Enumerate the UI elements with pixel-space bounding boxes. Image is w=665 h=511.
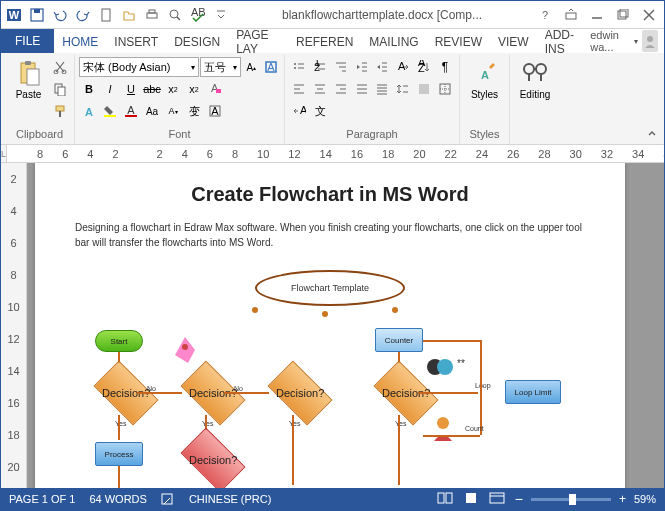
subscript-icon[interactable]: x2	[163, 79, 183, 99]
rtl-icon[interactable]: A	[289, 101, 309, 121]
svg-rect-95	[162, 494, 172, 504]
svg-rect-11	[566, 13, 576, 19]
view-web-icon[interactable]	[489, 492, 507, 506]
italic-button[interactable]: I	[100, 79, 120, 99]
asian-layout-icon[interactable]: 文	[310, 101, 330, 121]
user-area[interactable]: edwin wa... ▾	[590, 29, 664, 53]
align-left-icon[interactable]	[289, 79, 309, 99]
ruler-vertical[interactable]: 246810121416182022242628	[1, 163, 27, 511]
ltr-icon[interactable]: A	[393, 57, 413, 77]
texteffects-icon[interactable]: A	[79, 101, 99, 121]
close-icon[interactable]	[636, 5, 662, 25]
group-styles: A Styles Styles	[460, 55, 510, 144]
format-painter-icon[interactable]	[50, 101, 70, 121]
help-icon[interactable]: ?	[532, 5, 558, 25]
maximize-icon[interactable]	[610, 5, 636, 25]
open-icon[interactable]	[118, 4, 140, 26]
underline-button[interactable]: U	[121, 79, 141, 99]
copy-icon[interactable]	[50, 79, 70, 99]
svg-rect-19	[25, 61, 31, 65]
view-print-icon[interactable]	[463, 492, 481, 506]
grow-font-icon[interactable]: A▴	[242, 57, 260, 77]
increase-indent-icon[interactable]	[373, 57, 393, 77]
styles-label: Styles	[471, 89, 498, 100]
tab-home[interactable]: HOME	[54, 29, 106, 53]
ribbon: Paste Clipboard 宋体 (Body Asian)▾ 五号▾ A▴ …	[1, 53, 664, 145]
sort-icon[interactable]: AZ	[414, 57, 434, 77]
char-border-icon[interactable]: A	[205, 101, 225, 121]
fc-process-1: Process	[95, 442, 143, 466]
justify-icon[interactable]	[352, 79, 372, 99]
multilevel-icon[interactable]	[331, 57, 351, 77]
zoom-in-icon[interactable]: +	[619, 492, 626, 506]
tab-view[interactable]: VIEW	[490, 29, 537, 53]
minimize-icon[interactable]	[584, 5, 610, 25]
undo-icon[interactable]	[49, 4, 71, 26]
phonetic-icon[interactable]: 变	[184, 101, 204, 121]
paste-label: Paste	[16, 89, 42, 100]
tab-addins[interactable]: ADD-INS	[537, 29, 591, 53]
document-paragraph: Designing a flowchart in Edraw Max softw…	[75, 220, 585, 250]
editing-label: Editing	[520, 89, 551, 100]
fontcolor-icon[interactable]: A	[121, 101, 141, 121]
align-right-icon[interactable]	[331, 79, 351, 99]
bold-button[interactable]: B	[79, 79, 99, 99]
changecase-icon[interactable]: Aa	[142, 101, 162, 121]
bullets-icon[interactable]	[289, 57, 309, 77]
line-spacing-icon[interactable]	[393, 79, 413, 99]
status-page[interactable]: PAGE 1 OF 1	[9, 493, 75, 505]
tab-insert[interactable]: INSERT	[106, 29, 166, 53]
new-icon[interactable]	[95, 4, 117, 26]
styles-button[interactable]: A Styles	[464, 57, 505, 102]
svg-text:A: A	[481, 69, 489, 81]
status-lang[interactable]: CHINESE (PRC)	[189, 493, 272, 505]
zoom-value[interactable]: 59%	[634, 493, 656, 505]
clear-format-icon[interactable]: A	[205, 79, 225, 99]
tab-pagelayout[interactable]: PAGE LAY	[228, 29, 288, 53]
zoom-slider[interactable]	[531, 498, 611, 501]
textbox-icon[interactable]: A	[262, 57, 280, 77]
preview-icon[interactable]	[164, 4, 186, 26]
numbering-icon[interactable]: 12	[310, 57, 330, 77]
tab-design[interactable]: DESIGN	[166, 29, 228, 53]
collapse-ribbon-icon[interactable]	[644, 126, 660, 142]
font-family-combo[interactable]: 宋体 (Body Asian)▾	[79, 57, 199, 77]
cut-icon[interactable]	[50, 57, 70, 77]
status-words[interactable]: 64 WORDS	[89, 493, 146, 505]
tab-references[interactable]: REFEREN	[288, 29, 361, 53]
borders-icon[interactable]	[435, 79, 455, 99]
svg-point-40	[294, 67, 296, 69]
highlight-icon[interactable]	[100, 101, 120, 121]
tab-review[interactable]: REVIEW	[427, 29, 490, 53]
svg-rect-24	[58, 87, 65, 96]
font-size-combo[interactable]: 五号▾	[200, 57, 241, 77]
shading-icon[interactable]	[414, 79, 434, 99]
shrink-font-icon[interactable]: A▾	[163, 101, 183, 121]
page[interactable]: Create Flowchart in MS Word Designing a …	[35, 163, 625, 511]
ribbon-options-icon[interactable]	[558, 5, 584, 25]
tab-file[interactable]: FILE	[1, 29, 54, 53]
align-center-icon[interactable]	[310, 79, 330, 99]
distribute-icon[interactable]	[373, 79, 393, 99]
editing-button[interactable]: Editing	[514, 57, 556, 102]
zoom-out-icon[interactable]: −	[515, 491, 523, 507]
ruler-horizontal[interactable]: L 86422468101214161820222426283032343638…	[1, 145, 664, 163]
status-proof-icon[interactable]	[161, 492, 175, 506]
spelling-icon[interactable]: ABC	[187, 4, 209, 26]
avatar[interactable]	[642, 30, 658, 52]
svg-text:A: A	[85, 106, 93, 118]
redo-icon[interactable]	[72, 4, 94, 26]
word-icon[interactable]: W	[3, 4, 25, 26]
view-read-icon[interactable]	[437, 492, 455, 506]
print-icon[interactable]	[141, 4, 163, 26]
superscript-icon[interactable]: x2	[184, 79, 204, 99]
decrease-indent-icon[interactable]	[352, 57, 372, 77]
paste-button[interactable]: Paste	[9, 57, 48, 102]
document-scroll[interactable]: Create Flowchart in MS Word Designing a …	[27, 163, 664, 511]
save-icon[interactable]	[26, 4, 48, 26]
strike-icon[interactable]: abc	[142, 79, 162, 99]
qat-more-icon[interactable]	[210, 4, 232, 26]
pilcrow-icon[interactable]: ¶	[435, 57, 455, 77]
svg-point-94	[437, 417, 449, 429]
tab-mailings[interactable]: MAILING	[361, 29, 426, 53]
